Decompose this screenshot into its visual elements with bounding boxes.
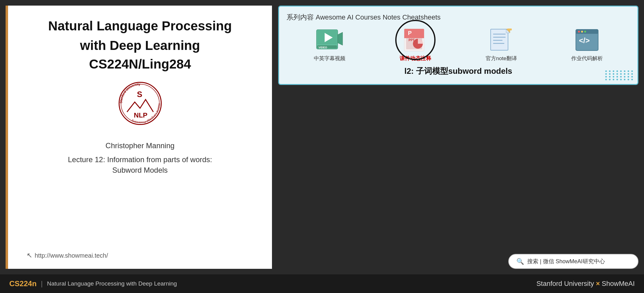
code-label: 作业代码解析 bbox=[571, 55, 603, 62]
bottom-right-text: Stanford University × ShowMeAI bbox=[537, 280, 635, 287]
right-panel: 系列内容 Awesome AI Courses Notes Cheatsheet… bbox=[278, 6, 638, 269]
svg-text:NLP: NLP bbox=[134, 111, 147, 119]
slide-subtitle: CS224N/Ling284 bbox=[27, 57, 253, 72]
bottom-left: CS224n | Natural Language Processing wit… bbox=[9, 279, 177, 288]
bottom-right: Stanford University × ShowMeAI bbox=[537, 280, 635, 288]
dotted-decoration bbox=[605, 70, 634, 80]
slide-lecture-line2: Subword Models bbox=[27, 165, 253, 175]
slide-lecture-line1: Lecture 12: Information from parts of wo… bbox=[27, 154, 253, 165]
slide-url: ↖ http://www.showmeai.tech/ bbox=[27, 251, 108, 260]
icon-item-video: VIDEO 中英字幕视频 bbox=[308, 28, 351, 62]
slide-title-line1: Natural Language Processing bbox=[27, 18, 253, 34]
svg-text:</>: </> bbox=[579, 36, 590, 45]
svg-text:VIDEO: VIDEO bbox=[318, 46, 327, 49]
slide-author: Christopher Manning bbox=[27, 141, 253, 150]
search-icon: 🔍 bbox=[516, 258, 524, 265]
stanford-logo: Stanford University Natural Language Pro… bbox=[118, 81, 163, 126]
bottom-divider: | bbox=[41, 280, 43, 288]
slide-title-line2: with Deep Learning bbox=[27, 38, 253, 54]
code-icon: </> bbox=[575, 29, 599, 51]
note-icon-box bbox=[487, 28, 515, 52]
bottom-bar: CS224n | Natural Language Processing wit… bbox=[0, 274, 644, 293]
icon-item-ppt: PPT P 课件动态注释 bbox=[394, 28, 437, 62]
svg-rect-19 bbox=[491, 29, 508, 50]
card-icons-row: VIDEO 中英字幕视频 bbox=[287, 28, 630, 62]
awesome-card-title: 系列内容 Awesome AI Courses Notes Cheatsheet… bbox=[287, 13, 630, 22]
slide-panel: Natural Language Processing with Deep Le… bbox=[6, 6, 272, 269]
video-icon: VIDEO bbox=[316, 29, 343, 51]
video-label: 中英字幕视频 bbox=[314, 55, 345, 62]
svg-rect-26 bbox=[507, 29, 512, 30]
code-icon-box: </> bbox=[573, 28, 601, 52]
svg-text:S: S bbox=[137, 90, 142, 99]
ppt-icon-box: PPT P bbox=[401, 28, 429, 52]
svg-point-29 bbox=[578, 31, 580, 33]
svg-point-30 bbox=[581, 31, 583, 33]
video-icon-box: VIDEO bbox=[316, 28, 344, 52]
icon-item-note: 官方note翻译 bbox=[480, 28, 523, 62]
logo-container: Stanford University Natural Language Pro… bbox=[27, 81, 253, 126]
course-tag: CS224n bbox=[9, 279, 37, 288]
note-icon bbox=[489, 28, 514, 52]
svg-point-31 bbox=[584, 31, 586, 33]
awesome-card: 系列内容 Awesome AI Courses Notes Cheatsheet… bbox=[278, 6, 638, 85]
search-bar[interactable]: 🔍 搜索 | 微信 ShowMeAI研究中心 bbox=[508, 254, 638, 269]
svg-marker-11 bbox=[338, 32, 343, 45]
note-label: 官方note翻译 bbox=[486, 55, 517, 62]
icon-item-code: </> 作业代码解析 bbox=[565, 28, 609, 62]
ppt-circle bbox=[395, 20, 436, 60]
search-text: 搜索 | 微信 ShowMeAI研究中心 bbox=[527, 258, 605, 265]
lecture-title: l2: 子词模型subword models bbox=[287, 66, 630, 77]
course-desc: Natural Language Processing with Deep Le… bbox=[47, 280, 177, 287]
cursor-icon: ↖ bbox=[27, 251, 32, 260]
